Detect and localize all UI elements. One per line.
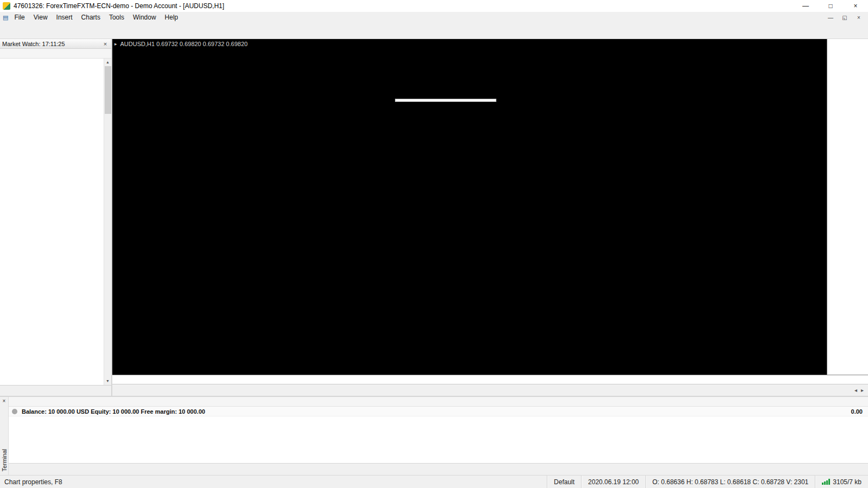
terminal-main: Balance: 10 000.00 USD Equity: 10 000.00… xyxy=(9,397,868,475)
menu-charts[interactable]: Charts xyxy=(77,12,105,22)
chart-window-icon: ▤ xyxy=(3,14,8,21)
menu-insert[interactable]: Insert xyxy=(52,12,77,22)
child-close-button[interactable]: × xyxy=(852,15,866,21)
balance-text: Balance: 10 000.00 USD Equity: 10 000.00… xyxy=(22,408,205,415)
market-watch-body: ▲ ▼ xyxy=(0,59,111,385)
child-restore-button[interactable]: ◱ xyxy=(838,15,852,21)
window-controls: — □ × xyxy=(793,0,868,12)
chart-area: ▸ AUDUSD,H1 0.69732 0.69820 0.69732 0.69… xyxy=(112,39,868,375)
profit-total: 0.00 xyxy=(851,408,868,415)
menu-bar-items: FileViewInsertChartsToolsWindowHelp xyxy=(10,12,182,22)
balance-icon xyxy=(12,409,17,414)
child-window-controls: — ◱ × xyxy=(824,15,868,21)
menu-window[interactable]: Window xyxy=(129,12,161,22)
toolbar xyxy=(0,23,868,39)
child-minimize-button[interactable]: — xyxy=(824,15,838,21)
tabs-scroll-left-icon[interactable]: ◂ xyxy=(854,387,857,393)
scroll-down-icon[interactable]: ▼ xyxy=(106,377,110,385)
menu-tools[interactable]: Tools xyxy=(105,12,129,22)
market-watch-close-icon[interactable]: × xyxy=(101,41,109,47)
window-title: 47601326: ForexTimeFXTM-ECN-demo - Demo … xyxy=(14,2,224,10)
title-bar: 47601326: ForexTimeFXTM-ECN-demo - Demo … xyxy=(0,0,868,12)
scroll-up-icon[interactable]: ▲ xyxy=(106,59,110,66)
menu-help[interactable]: Help xyxy=(161,12,183,22)
chart-panel: ▸ AUDUSD,H1 0.69732 0.69820 0.69732 0.69… xyxy=(112,39,868,396)
terminal-close-icon[interactable]: × xyxy=(3,397,6,406)
tabs-scroll-right-icon[interactable]: ▸ xyxy=(861,387,864,393)
terminal-sidebar: × Terminal xyxy=(0,397,9,475)
chart-marker-icon: ▸ xyxy=(114,41,117,47)
workspace: Market Watch: 17:11:25 × ▲ ▼ ▸ AUDUSD,H1… xyxy=(0,39,868,396)
market-watch-scrollbar[interactable]: ▲ ▼ xyxy=(104,59,111,385)
terminal-column-headers xyxy=(9,397,868,407)
chart-plot: ▸ AUDUSD,H1 0.69732 0.69820 0.69732 0.69… xyxy=(112,39,827,375)
status-traffic: 3105/7 kb xyxy=(815,476,868,488)
menu-view[interactable]: View xyxy=(29,12,52,22)
app-icon xyxy=(3,2,10,10)
chart-tabs-bar: ◂ ▸ xyxy=(112,384,868,396)
chart-ohlc-header: ▸ AUDUSD,H1 0.69732 0.69820 0.69732 0.69… xyxy=(114,41,247,47)
status-hint: Chart properties, F8 xyxy=(0,478,547,486)
time-axis[interactable] xyxy=(112,375,868,384)
terminal-panel-label: Terminal xyxy=(1,449,8,472)
menu-file[interactable]: File xyxy=(10,12,29,22)
menu-bar: ▤ FileViewInsertChartsToolsWindowHelp — … xyxy=(0,12,868,23)
connection-bars-icon xyxy=(822,479,830,485)
status-bar: Chart properties, F8 Default 2020.06.19 … xyxy=(0,475,868,488)
price-axis[interactable] xyxy=(827,39,868,375)
market-watch-column-headers xyxy=(0,49,111,59)
chart-tab-scroll: ◂ ▸ xyxy=(854,387,868,393)
terminal-panel: × Terminal Balance: 10 000.00 USD Equity… xyxy=(0,396,868,475)
minimize-button[interactable]: — xyxy=(793,0,818,12)
balance-row: Balance: 10 000.00 USD Equity: 10 000.00… xyxy=(9,407,868,416)
chart-ohlc-text: AUDUSD,H1 0.69732 0.69820 0.69732 0.6982… xyxy=(120,41,248,47)
market-watch-title: Market Watch: 17:11:25 xyxy=(2,41,65,47)
market-watch-header: Market Watch: 17:11:25 × xyxy=(0,39,111,49)
status-bar-time: 2020.06.19 12:00 xyxy=(581,476,645,488)
market-watch-tabs xyxy=(0,385,111,396)
terminal-body xyxy=(9,416,868,463)
status-profile[interactable]: Default xyxy=(547,476,581,488)
chart-canvas[interactable] xyxy=(112,39,275,120)
scrollbar-thumb[interactable] xyxy=(105,66,111,114)
chart-context-menu xyxy=(395,99,496,102)
maximize-button[interactable]: □ xyxy=(818,0,843,12)
close-button[interactable]: × xyxy=(843,0,868,12)
market-watch-panel: Market Watch: 17:11:25 × ▲ ▼ xyxy=(0,39,112,396)
status-ohlcv: O: 0.68636 H: 0.68783 L: 0.68618 C: 0.68… xyxy=(646,476,815,488)
traffic-text: 3105/7 kb xyxy=(833,478,861,486)
terminal-tabs xyxy=(9,463,868,475)
